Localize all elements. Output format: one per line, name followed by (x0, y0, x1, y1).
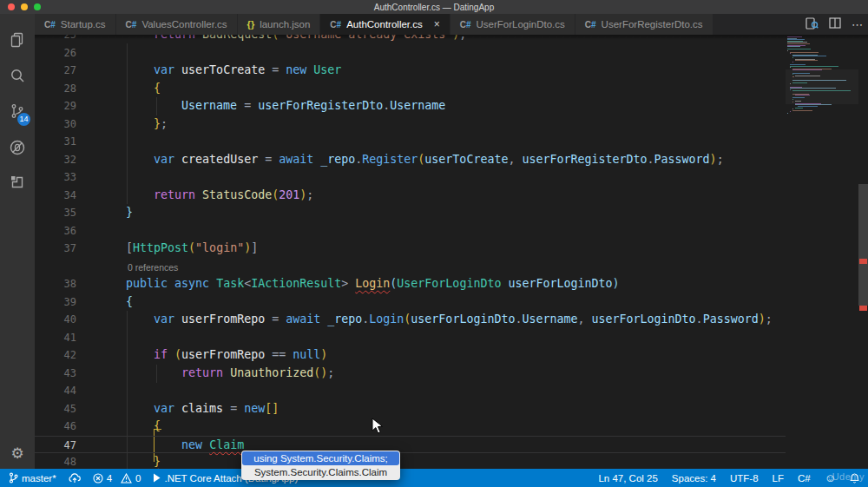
scrollbar-thumb[interactable] (858, 184, 868, 306)
code-line-38[interactable]: 38 public async Task<IActionResult> Logi… (35, 275, 786, 293)
line-number[interactable]: 47 (35, 437, 76, 453)
code-line-40[interactable]: 40 var userFromRepo = await _repo.Login(… (35, 311, 786, 329)
code-line-28[interactable]: 28 { (35, 80, 786, 98)
tab-userforregisterdto-cs[interactable]: C#UserForRegisterDto.cs (575, 14, 713, 35)
line-number[interactable]: 25 (35, 35, 76, 44)
code-line-47[interactable]: 47 new Claim (35, 436, 786, 454)
code-line-31[interactable]: 31 (35, 133, 786, 151)
error-count: 4 (107, 473, 112, 484)
code-text: Username = userForRegisterDto.Username (98, 97, 445, 115)
tab-userforlogindto-cs[interactable]: C#UserForLoginDto.cs (450, 14, 575, 35)
open-preview-icon[interactable] (806, 17, 819, 32)
line-number[interactable]: 35 (35, 204, 76, 222)
code-text: return StatusCode(201); (98, 187, 313, 205)
language-mode-item[interactable]: C# (798, 473, 811, 484)
line-number[interactable]: 34 (35, 187, 76, 205)
close-tab-icon[interactable]: × (434, 19, 440, 30)
tab-label: Startup.cs (61, 19, 106, 30)
code-lens-references[interactable]: 0 references (98, 258, 178, 276)
explorer-icon[interactable] (0, 24, 35, 56)
code-editor[interactable]: 25 return BadRequest("Username already e… (35, 35, 868, 469)
line-number[interactable]: 33 (35, 168, 76, 187)
quick-fix-option-fullname[interactable]: System.Security.Claims.Claim (242, 465, 399, 479)
tab-label: ValuesController.cs (141, 19, 227, 30)
tab-valuescontroller-cs[interactable]: C#ValuesController.cs (116, 14, 238, 35)
code-line-35[interactable]: 35 } (35, 204, 786, 222)
code-line-29[interactable]: 29 Username = userForRegisterDto.Usernam… (35, 97, 786, 115)
encoding-item[interactable]: UTF-8 (730, 473, 759, 484)
git-branch-item[interactable]: master* (9, 472, 56, 484)
errors-item[interactable]: 4 0 (93, 473, 141, 484)
minimap-slider[interactable] (786, 69, 858, 104)
code-line-45[interactable]: 45 var claims = new[] (35, 400, 786, 418)
sync-changes-item[interactable] (69, 473, 81, 484)
editor-tabs: C#Startup.csC#ValuesController.cs{}launc… (35, 14, 868, 35)
settings-gear-icon[interactable]: ⚙ (0, 438, 35, 469)
indentation-item[interactable]: Spaces: 4 (672, 473, 716, 484)
line-number[interactable]: 31 (35, 133, 76, 151)
line-number[interactable]: 29 (35, 97, 76, 115)
code-line-44[interactable]: 44 (35, 382, 786, 400)
editor-actions: ⋯ (806, 14, 863, 35)
line-number[interactable]: 42 (35, 346, 76, 365)
zoom-window-button[interactable] (34, 3, 41, 10)
search-icon[interactable] (0, 61, 35, 92)
line-number[interactable]: 32 (35, 151, 76, 169)
code-line-33[interactable]: 33 (35, 168, 786, 187)
code-line-43[interactable]: 43 return Unauthorized(); (35, 365, 786, 383)
line-number[interactable]: 37 (35, 240, 76, 258)
source-control-icon[interactable]: 14 (0, 95, 35, 127)
code-line-34[interactable]: 34 return StatusCode(201); (35, 187, 786, 205)
minimize-window-button[interactable] (21, 3, 28, 10)
line-number[interactable]: 44 (35, 382, 76, 400)
tab-startup-cs[interactable]: C#Startup.cs (35, 14, 116, 35)
line-number[interactable]: 28 (35, 80, 76, 98)
split-editor-icon[interactable] (829, 17, 841, 31)
line-number[interactable]: 27 (35, 62, 76, 80)
code-line-46[interactable]: 46 { (35, 418, 786, 436)
line-number[interactable]: 46 (35, 418, 76, 436)
quick-fix-popup: using System.Security.Claims; System.Sec… (241, 451, 400, 480)
line-number[interactable]: 40 (35, 311, 76, 329)
line-number[interactable]: 43 (35, 365, 76, 383)
code-line-42[interactable]: 42 if (userFromRepo == null) (35, 346, 786, 365)
code-line-30[interactable]: 30 }; (35, 115, 786, 134)
play-icon (153, 473, 161, 483)
line-number[interactable]: 36 (35, 222, 76, 240)
line-number[interactable]: 39 (35, 293, 76, 312)
code-line-48[interactable]: 48 } (35, 453, 786, 469)
code-line-36[interactable]: 36 (35, 222, 786, 240)
line-number[interactable]: 26 (35, 44, 76, 63)
code-text: { (98, 80, 161, 98)
line-number[interactable]: 41 (35, 329, 76, 347)
eol-item[interactable]: LF (773, 473, 784, 484)
line-number[interactable]: 45 (35, 400, 76, 418)
code-line-32[interactable]: 32 var createdUser = await _repo.Registe… (35, 151, 786, 169)
close-window-button[interactable] (8, 3, 15, 10)
line-number[interactable]: 48 (35, 453, 76, 469)
cursor-position-item[interactable]: Ln 47, Col 25 (598, 473, 657, 484)
code-lens-row[interactable]: 0 references (35, 258, 786, 276)
code-line-26[interactable]: 26 (35, 44, 786, 63)
error-ruler-mark (859, 306, 867, 311)
tab-label: launch.json (260, 19, 310, 30)
branch-name: master* (22, 473, 56, 484)
code-line-39[interactable]: 39 { (35, 293, 786, 312)
line-number[interactable]: 30 (35, 115, 76, 134)
line-number (35, 258, 76, 276)
code-text: }; (98, 115, 168, 134)
more-actions-icon[interactable]: ⋯ (852, 18, 863, 31)
code-text: { (98, 293, 133, 312)
code-line-37[interactable]: 37 [HttpPost("login")] (35, 240, 786, 258)
json-file-icon: {} (247, 19, 255, 30)
debug-icon[interactable] (0, 132, 35, 163)
extensions-icon[interactable] (0, 167, 35, 198)
quick-fix-option-using[interactable]: using System.Security.Claims; (242, 451, 399, 465)
code-line-27[interactable]: 27 var userToCreate = new User (35, 62, 786, 80)
tab-authcontroller-cs[interactable]: C#AuthController.cs× (320, 14, 450, 35)
line-number[interactable]: 38 (35, 275, 76, 293)
vertical-scrollbar[interactable] (858, 35, 868, 469)
tab-launch-json[interactable]: {}launch.json (238, 14, 321, 35)
code-line-25[interactable]: 25 return BadRequest("Username already e… (35, 35, 786, 44)
code-line-41[interactable]: 41 (35, 329, 786, 347)
